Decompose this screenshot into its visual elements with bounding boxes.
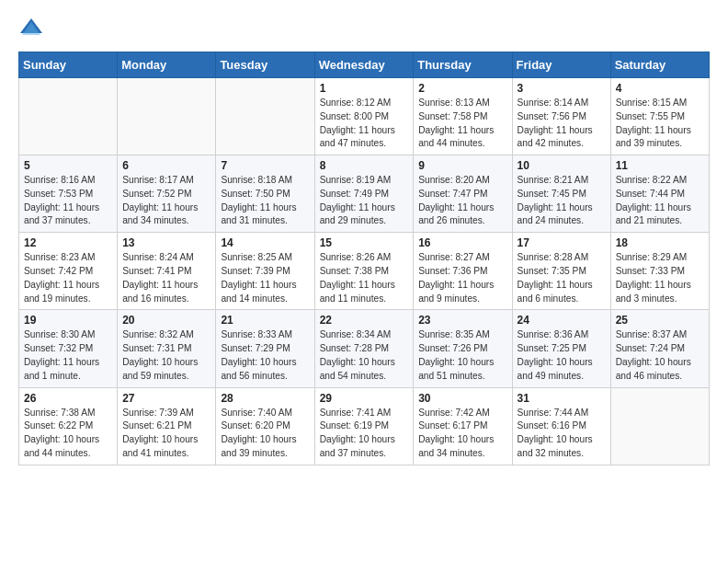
calendar-cell: 13Sunrise: 8:24 AM Sunset: 7:41 PM Dayli… xyxy=(118,233,216,310)
calendar-cell xyxy=(216,78,314,155)
day-number: 16 xyxy=(418,236,506,249)
day-number: 11 xyxy=(616,159,704,172)
calendar-cell: 2Sunrise: 8:13 AM Sunset: 7:58 PM Daylig… xyxy=(414,78,512,155)
page-container: SundayMondayTuesdayWednesdayThursdayFrid… xyxy=(0,0,728,480)
day-number: 2 xyxy=(418,82,506,95)
day-number: 1 xyxy=(320,82,409,95)
day-number: 26 xyxy=(24,392,112,405)
day-number: 9 xyxy=(418,159,506,172)
calendar-week-2: 5Sunrise: 8:16 AM Sunset: 7:53 PM Daylig… xyxy=(19,155,710,233)
day-info: Sunrise: 8:36 AM Sunset: 7:25 PM Dayligh… xyxy=(518,328,606,383)
day-header-saturday: Saturday xyxy=(610,52,709,78)
day-info: Sunrise: 8:37 AM Sunset: 7:24 PM Dayligh… xyxy=(616,328,704,383)
day-header-wednesday: Wednesday xyxy=(314,52,414,78)
day-number: 10 xyxy=(518,159,606,172)
day-info: Sunrise: 8:33 AM Sunset: 7:29 PM Dayligh… xyxy=(221,328,309,383)
calendar-cell: 23Sunrise: 8:35 AM Sunset: 7:26 PM Dayli… xyxy=(414,310,512,387)
calendar-cell: 22Sunrise: 8:34 AM Sunset: 7:28 PM Dayli… xyxy=(314,310,414,387)
calendar-cell xyxy=(118,78,216,155)
calendar-cell: 25Sunrise: 8:37 AM Sunset: 7:24 PM Dayli… xyxy=(610,310,709,387)
day-header-tuesday: Tuesday xyxy=(216,52,314,78)
calendar-cell: 19Sunrise: 8:30 AM Sunset: 7:32 PM Dayli… xyxy=(19,310,118,387)
day-info: Sunrise: 8:34 AM Sunset: 7:28 PM Dayligh… xyxy=(320,328,409,383)
calendar-cell: 31Sunrise: 7:44 AM Sunset: 6:16 PM Dayli… xyxy=(512,387,610,465)
day-number: 15 xyxy=(320,236,409,249)
header xyxy=(18,15,710,40)
day-number: 29 xyxy=(320,392,409,405)
day-info: Sunrise: 7:44 AM Sunset: 6:16 PM Dayligh… xyxy=(518,407,606,461)
calendar-cell: 11Sunrise: 8:22 AM Sunset: 7:44 PM Dayli… xyxy=(610,155,709,233)
day-number: 4 xyxy=(616,82,704,95)
day-info: Sunrise: 8:35 AM Sunset: 7:26 PM Dayligh… xyxy=(418,328,506,383)
day-number: 14 xyxy=(221,236,309,249)
day-info: Sunrise: 7:41 AM Sunset: 6:19 PM Dayligh… xyxy=(320,407,409,461)
day-info: Sunrise: 8:30 AM Sunset: 7:32 PM Dayligh… xyxy=(24,328,112,383)
day-number: 21 xyxy=(221,314,309,327)
day-number: 20 xyxy=(122,314,210,327)
day-number: 12 xyxy=(24,236,112,249)
calendar-week-5: 26Sunrise: 7:38 AM Sunset: 6:22 PM Dayli… xyxy=(19,387,710,465)
day-number: 19 xyxy=(24,314,112,327)
day-info: Sunrise: 8:25 AM Sunset: 7:39 PM Dayligh… xyxy=(221,251,309,305)
day-header-thursday: Thursday xyxy=(414,52,512,78)
day-number: 23 xyxy=(418,314,506,327)
day-number: 5 xyxy=(24,159,112,172)
day-number: 3 xyxy=(518,82,606,95)
day-info: Sunrise: 8:28 AM Sunset: 7:35 PM Dayligh… xyxy=(518,251,606,305)
day-header-sunday: Sunday xyxy=(19,52,118,78)
calendar: SundayMondayTuesdayWednesdayThursdayFrid… xyxy=(18,52,710,465)
calendar-cell: 3Sunrise: 8:14 AM Sunset: 7:56 PM Daylig… xyxy=(512,78,610,155)
day-number: 22 xyxy=(320,314,409,327)
calendar-cell: 18Sunrise: 8:29 AM Sunset: 7:33 PM Dayli… xyxy=(610,233,709,310)
calendar-cell: 15Sunrise: 8:26 AM Sunset: 7:38 PM Dayli… xyxy=(314,233,414,310)
calendar-cell: 5Sunrise: 8:16 AM Sunset: 7:53 PM Daylig… xyxy=(19,155,118,233)
day-info: Sunrise: 8:20 AM Sunset: 7:47 PM Dayligh… xyxy=(418,174,506,228)
calendar-cell: 9Sunrise: 8:20 AM Sunset: 7:47 PM Daylig… xyxy=(414,155,512,233)
calendar-cell: 16Sunrise: 8:27 AM Sunset: 7:36 PM Dayli… xyxy=(414,233,512,310)
day-info: Sunrise: 8:27 AM Sunset: 7:36 PM Dayligh… xyxy=(418,251,506,305)
day-number: 7 xyxy=(221,159,309,172)
day-info: Sunrise: 8:19 AM Sunset: 7:49 PM Dayligh… xyxy=(320,174,409,228)
day-header-friday: Friday xyxy=(512,52,610,78)
day-info: Sunrise: 8:24 AM Sunset: 7:41 PM Dayligh… xyxy=(122,251,210,305)
day-number: 13 xyxy=(122,236,210,249)
calendar-cell: 10Sunrise: 8:21 AM Sunset: 7:45 PM Dayli… xyxy=(512,155,610,233)
calendar-cell: 24Sunrise: 8:36 AM Sunset: 7:25 PM Dayli… xyxy=(512,310,610,387)
calendar-cell: 26Sunrise: 7:38 AM Sunset: 6:22 PM Dayli… xyxy=(19,387,118,465)
calendar-cell: 12Sunrise: 8:23 AM Sunset: 7:42 PM Dayli… xyxy=(19,233,118,310)
calendar-cell: 8Sunrise: 8:19 AM Sunset: 7:49 PM Daylig… xyxy=(314,155,414,233)
day-number: 6 xyxy=(122,159,210,172)
day-info: Sunrise: 7:40 AM Sunset: 6:20 PM Dayligh… xyxy=(221,407,309,461)
day-number: 31 xyxy=(518,392,606,405)
day-info: Sunrise: 8:26 AM Sunset: 7:38 PM Dayligh… xyxy=(320,251,409,305)
day-info: Sunrise: 7:38 AM Sunset: 6:22 PM Dayligh… xyxy=(24,407,112,461)
day-info: Sunrise: 8:16 AM Sunset: 7:53 PM Dayligh… xyxy=(24,174,112,228)
day-info: Sunrise: 8:14 AM Sunset: 7:56 PM Dayligh… xyxy=(518,97,606,151)
calendar-cell: 6Sunrise: 8:17 AM Sunset: 7:52 PM Daylig… xyxy=(118,155,216,233)
day-number: 28 xyxy=(221,392,309,405)
calendar-cell xyxy=(610,387,709,465)
day-info: Sunrise: 8:29 AM Sunset: 7:33 PM Dayligh… xyxy=(616,251,704,305)
day-number: 24 xyxy=(518,314,606,327)
calendar-cell: 21Sunrise: 8:33 AM Sunset: 7:29 PM Dayli… xyxy=(216,310,314,387)
day-number: 17 xyxy=(518,236,606,249)
calendar-cell: 14Sunrise: 8:25 AM Sunset: 7:39 PM Dayli… xyxy=(216,233,314,310)
calendar-cell: 7Sunrise: 8:18 AM Sunset: 7:50 PM Daylig… xyxy=(216,155,314,233)
day-number: 18 xyxy=(616,236,704,249)
day-info: Sunrise: 8:21 AM Sunset: 7:45 PM Dayligh… xyxy=(518,174,606,228)
calendar-cell: 17Sunrise: 8:28 AM Sunset: 7:35 PM Dayli… xyxy=(512,233,610,310)
calendar-week-4: 19Sunrise: 8:30 AM Sunset: 7:32 PM Dayli… xyxy=(19,310,710,387)
calendar-cell xyxy=(19,78,118,155)
day-info: Sunrise: 7:42 AM Sunset: 6:17 PM Dayligh… xyxy=(418,407,506,461)
day-number: 25 xyxy=(616,314,704,327)
calendar-cell: 27Sunrise: 7:39 AM Sunset: 6:21 PM Dayli… xyxy=(118,387,216,465)
calendar-cell: 1Sunrise: 8:12 AM Sunset: 8:00 PM Daylig… xyxy=(314,78,414,155)
calendar-header-row: SundayMondayTuesdayWednesdayThursdayFrid… xyxy=(19,52,710,78)
day-info: Sunrise: 7:39 AM Sunset: 6:21 PM Dayligh… xyxy=(122,407,210,461)
day-info: Sunrise: 8:22 AM Sunset: 7:44 PM Dayligh… xyxy=(616,174,704,228)
day-info: Sunrise: 8:17 AM Sunset: 7:52 PM Dayligh… xyxy=(122,174,210,228)
calendar-week-1: 1Sunrise: 8:12 AM Sunset: 8:00 PM Daylig… xyxy=(19,78,710,155)
calendar-cell: 4Sunrise: 8:15 AM Sunset: 7:55 PM Daylig… xyxy=(610,78,709,155)
calendar-cell: 20Sunrise: 8:32 AM Sunset: 7:31 PM Dayli… xyxy=(118,310,216,387)
day-header-monday: Monday xyxy=(118,52,216,78)
